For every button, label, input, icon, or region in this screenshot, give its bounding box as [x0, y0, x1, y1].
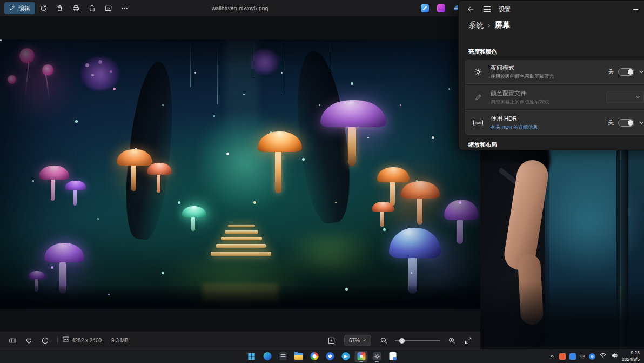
settings-window: 设置 系统 › 屏幕 亮度和颜色 夜间模式 使用较暖的颜色帮助屏蔽蓝光 关: [458, 0, 644, 150]
edit-button[interactable]: 编辑: [4, 2, 35, 14]
blue-orb-app-icon: [326, 352, 334, 360]
photo-image: [0, 39, 480, 309]
filmstrip-icon[interactable]: [5, 334, 19, 347]
clock[interactable]: 9:23 2024/9/5: [622, 350, 640, 362]
photos-app-button[interactable]: [355, 351, 368, 362]
settings-minimize-button[interactable]: [626, 1, 644, 18]
zoom-out-icon[interactable]: [377, 334, 391, 347]
rotate-button[interactable]: [36, 2, 50, 15]
color-profile-dropdown[interactable]: [606, 91, 644, 103]
filename-title: wallhaven-o5vov5.png: [212, 0, 269, 16]
file-explorer-icon: [294, 353, 303, 360]
share-button[interactable]: [85, 2, 99, 15]
photos-statusbar: 4282 x 2400 9.3 MB 67%: [0, 332, 480, 349]
breadcrumb-display: 屏幕: [494, 20, 511, 30]
clock-time: 9:23: [622, 350, 640, 356]
photos-app-icon: [357, 352, 365, 360]
settings-gear-icon: [373, 352, 381, 360]
tray-chevron-icon[interactable]: [549, 352, 555, 361]
zoom-in-icon[interactable]: [445, 334, 459, 347]
zoom-slider[interactable]: [395, 335, 440, 346]
night-light-icon: [473, 68, 483, 76]
hdr-state: 关: [608, 118, 614, 127]
night-light-state: 关: [608, 68, 614, 76]
hdr-icon: HDR: [473, 120, 483, 126]
tray-app-icon-orange[interactable]: [559, 353, 566, 360]
section-brightness-color: 亮度和颜色: [468, 48, 644, 56]
volume-icon[interactable]: [611, 352, 618, 361]
hdr-card[interactable]: HDR 使用 HDR 有关 HDR 的详细信息 关: [465, 110, 644, 135]
tray-app-icon-round[interactable]: [589, 353, 595, 360]
windows-logo-icon: [247, 352, 256, 361]
clock-date: 2024/9/5: [622, 357, 640, 362]
info-icon[interactable]: [38, 334, 52, 347]
photo-canvas: [0, 16, 480, 332]
edge-browser-button[interactable]: [261, 351, 274, 362]
file-explorer-button[interactable]: [292, 351, 305, 362]
fullscreen-icon[interactable]: [461, 334, 475, 347]
color-profile-icon: [473, 93, 483, 101]
paper-plane-icon: [341, 352, 350, 360]
pinned-app-button-1[interactable]: [277, 351, 290, 362]
document-app-button[interactable]: [386, 351, 399, 362]
color-profile-card[interactable]: 颜色配置文件 调整屏幕上的颜色显示方式: [465, 85, 644, 109]
settings-app-button[interactable]: [371, 351, 384, 362]
pinned-app-button-2[interactable]: [324, 351, 337, 362]
pencil-icon: [9, 4, 16, 12]
zoom-percent-value: 67%: [349, 338, 360, 344]
zoom-percent-dropdown[interactable]: 67%: [344, 335, 371, 346]
actual-size-icon[interactable]: [325, 334, 339, 347]
navigation-menu-button[interactable]: [479, 2, 494, 16]
chevron-down-icon[interactable]: [639, 67, 644, 77]
settings-app-title: 设置: [499, 5, 511, 14]
taskbar-center: [245, 351, 399, 362]
start-button[interactable]: [245, 351, 258, 362]
more-options-button[interactable]: [117, 2, 131, 15]
striped-app-icon: [279, 352, 287, 360]
taskbar: 中 9:23 2024/9/5: [0, 349, 644, 363]
night-light-title: 夜间模式: [491, 64, 554, 72]
settings-window-controls: [626, 1, 644, 18]
browser-icon: [310, 352, 318, 360]
system-tray: 中 9:23 2024/9/5: [549, 349, 644, 363]
photos-app-window: 编辑 wallhaven-o5vov5.png: [0, 0, 480, 349]
breadcrumb: 系统 › 屏幕: [459, 18, 644, 31]
file-size: 9.3 MB: [111, 338, 129, 344]
edit-button-label: 编辑: [18, 4, 30, 12]
messaging-app-button[interactable]: [339, 351, 352, 362]
wifi-icon[interactable]: [599, 352, 607, 361]
print-button[interactable]: [69, 2, 83, 15]
image-dimensions: 4282 x 2400: [72, 338, 102, 344]
zoom-controls: 67%: [324, 334, 476, 347]
hdr-info-link[interactable]: 有关 HDR 的详细信息: [491, 124, 538, 131]
back-button[interactable]: [463, 2, 478, 16]
section-scale-layout: 缩放和布局: [468, 141, 644, 149]
statusbar-separator: [57, 336, 58, 344]
favorite-icon[interactable]: [22, 334, 36, 347]
tray-app-icon-blue[interactable]: [569, 353, 576, 360]
hdr-toggle[interactable]: [618, 119, 634, 127]
night-light-subtitle: 使用较暖的颜色帮助屏蔽蓝光: [491, 73, 554, 80]
breadcrumb-system[interactable]: 系统: [468, 21, 484, 30]
zoom-slider-knob[interactable]: [399, 338, 405, 344]
settings-titlebar: 设置: [459, 1, 644, 18]
filters-icon[interactable]: [434, 2, 448, 15]
ai-edit-icon[interactable]: [418, 2, 432, 15]
browser-button[interactable]: [308, 351, 321, 362]
document-app-icon: [389, 352, 396, 360]
night-light-toggle[interactable]: [618, 68, 634, 76]
edge-icon: [263, 352, 271, 360]
dimensions-icon: [62, 335, 70, 345]
chevron-down-icon[interactable]: [639, 118, 644, 128]
settings-cards: 夜间模式 使用较暖的颜色帮助屏蔽蓝光 关 颜色配置文件 调整屏幕上的颜色显示方式: [465, 60, 644, 135]
ime-indicator[interactable]: 中: [580, 353, 585, 360]
hdr-title: 使用 HDR: [491, 115, 538, 123]
slideshow-button[interactable]: [101, 2, 115, 15]
photos-toolbar: 编辑 wallhaven-o5vov5.png: [0, 0, 480, 16]
desktop-screen: 编辑 wallhaven-o5vov5.png: [0, 0, 644, 363]
breadcrumb-separator: ›: [488, 22, 490, 29]
color-profile-title: 颜色配置文件: [491, 89, 549, 97]
color-profile-subtitle: 调整屏幕上的颜色显示方式: [491, 98, 549, 105]
delete-button[interactable]: [52, 2, 66, 15]
night-light-card[interactable]: 夜间模式 使用较暖的颜色帮助屏蔽蓝光 关: [465, 60, 644, 84]
